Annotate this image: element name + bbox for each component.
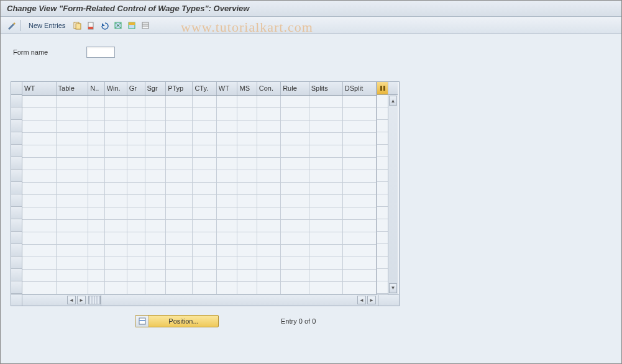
grid-cell[interactable] <box>216 120 237 132</box>
column-header[interactable]: WT <box>216 82 237 95</box>
grid-cell[interactable] <box>22 207 56 219</box>
grid-cell[interactable] <box>127 182 145 194</box>
grid-cell[interactable] <box>281 269 309 281</box>
grid-cell[interactable] <box>145 219 166 232</box>
grid-cell[interactable] <box>166 281 193 294</box>
grid-cell[interactable] <box>193 95 216 107</box>
grid-cell[interactable] <box>309 145 342 157</box>
grid-cell[interactable] <box>309 207 342 219</box>
grid-cell[interactable] <box>281 120 309 132</box>
row-selector-cell[interactable] <box>11 207 22 219</box>
grid-cell[interactable] <box>22 232 56 244</box>
grid-cell[interactable] <box>56 132 88 145</box>
grid-cell[interactable] <box>193 269 216 281</box>
grid-cell[interactable] <box>88 157 104 170</box>
grid-cell[interactable] <box>193 145 216 157</box>
grid-cell[interactable] <box>342 132 376 145</box>
row-selector-cell[interactable] <box>11 120 22 132</box>
row-selector-cell[interactable] <box>11 145 22 157</box>
grid-cell[interactable] <box>104 244 127 257</box>
grid-cell[interactable] <box>127 219 145 232</box>
grid-cell[interactable] <box>281 281 309 294</box>
grid-cell[interactable] <box>237 107 257 120</box>
table-row[interactable] <box>22 244 377 257</box>
grid-cell[interactable] <box>257 157 280 170</box>
grid-cell[interactable] <box>145 95 166 107</box>
grid-cell[interactable] <box>104 232 127 244</box>
grid-cell[interactable] <box>127 157 145 170</box>
row-selector-cell[interactable] <box>11 132 22 145</box>
grid-cell[interactable] <box>22 182 56 194</box>
grid-cell[interactable] <box>88 257 104 269</box>
grid-cell[interactable] <box>145 232 166 244</box>
table-row[interactable] <box>22 132 377 145</box>
grid-cell[interactable] <box>257 170 280 182</box>
grid-cell[interactable] <box>56 145 88 157</box>
grid-cell[interactable] <box>309 194 342 207</box>
grid-cell[interactable] <box>193 132 216 145</box>
grid-cell[interactable] <box>237 132 257 145</box>
grid-cell[interactable] <box>145 269 166 281</box>
grid-cell[interactable] <box>104 132 127 145</box>
table-row[interactable] <box>22 269 377 281</box>
grid-cell[interactable] <box>22 107 56 120</box>
grid-cell[interactable] <box>166 269 193 281</box>
grid-cell[interactable] <box>257 107 280 120</box>
deselect-all-icon[interactable] <box>140 20 151 31</box>
grid-cell[interactable] <box>166 170 193 182</box>
grid-cell[interactable] <box>22 132 56 145</box>
grid-cell[interactable] <box>88 269 104 281</box>
table-row[interactable] <box>22 107 377 120</box>
grid-cell[interactable] <box>237 194 257 207</box>
grid-cell[interactable] <box>257 219 280 232</box>
form-name-input[interactable] <box>86 47 115 58</box>
grid-cell[interactable] <box>145 182 166 194</box>
grid-cell[interactable] <box>22 170 56 182</box>
grid-cell[interactable] <box>56 170 88 182</box>
grid-cell[interactable] <box>257 132 280 145</box>
grid-cell[interactable] <box>56 232 88 244</box>
grid-cell[interactable] <box>193 194 216 207</box>
grid-cell[interactable] <box>281 257 309 269</box>
grid-cell[interactable] <box>104 281 127 294</box>
grid-cell[interactable] <box>145 120 166 132</box>
grid-cell[interactable] <box>88 145 104 157</box>
grid-cell[interactable] <box>56 281 88 294</box>
grid-cell[interactable] <box>22 244 56 257</box>
column-header[interactable]: Sgr <box>145 82 166 95</box>
grid-cell[interactable] <box>281 219 309 232</box>
grid-cell[interactable] <box>127 244 145 257</box>
grid-cell[interactable] <box>237 257 257 269</box>
row-selector-cell[interactable] <box>11 107 22 120</box>
grid-cell[interactable] <box>237 95 257 107</box>
table-row[interactable] <box>22 182 377 194</box>
grid-cell[interactable] <box>104 157 127 170</box>
grid-cell[interactable] <box>309 244 342 257</box>
grid-cell[interactable] <box>216 232 237 244</box>
grid-cell[interactable] <box>309 107 342 120</box>
column-header[interactable]: Gr <box>127 82 145 95</box>
grid-cell[interactable] <box>257 269 280 281</box>
grid-cell[interactable] <box>216 281 237 294</box>
position-button[interactable]: Position... <box>135 315 219 327</box>
hscroll-right2-icon[interactable]: ► <box>367 296 376 304</box>
grid-cell[interactable] <box>104 257 127 269</box>
grid-cell[interactable] <box>216 194 237 207</box>
grid-cell[interactable] <box>281 232 309 244</box>
grid-cell[interactable] <box>88 182 104 194</box>
grid-cell[interactable] <box>127 132 145 145</box>
table-row[interactable] <box>22 194 377 207</box>
grid-cell[interactable] <box>257 194 280 207</box>
grid-cell[interactable] <box>281 170 309 182</box>
horizontal-scrollbar[interactable]: ◄ ► ◄ ► <box>11 294 399 306</box>
configure-columns-icon[interactable] <box>377 82 388 95</box>
grid-cell[interactable] <box>237 120 257 132</box>
grid-cell[interactable] <box>342 157 376 170</box>
grid-cell[interactable] <box>88 107 104 120</box>
hscroll-right-icon[interactable]: ► <box>77 296 86 304</box>
grid-cell[interactable] <box>88 120 104 132</box>
grid-cell[interactable] <box>104 207 127 219</box>
grid-cell[interactable] <box>237 232 257 244</box>
grid-cell[interactable] <box>193 120 216 132</box>
grid-cell[interactable] <box>281 207 309 219</box>
